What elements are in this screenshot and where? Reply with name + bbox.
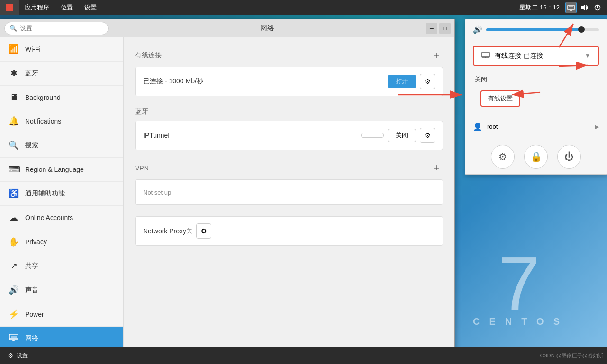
- sidebar-item-notifications[interactable]: 🔔 Notifications: [0, 109, 123, 133]
- sidebar-item-accessibility-label: 通用辅助功能: [25, 189, 65, 198]
- sidebar-item-search-label: 搜索: [25, 141, 38, 150]
- wired-section-header: 有线连接 +: [135, 49, 443, 62]
- sidebar-item-wifi-label: Wi-Fi: [25, 45, 41, 53]
- proxy-status: 关: [186, 227, 192, 235]
- popup-network-chevron: ▼: [585, 53, 590, 59]
- wired-section: 有线连接 + 已连接 - 1000 Mb/秒 打开 ⚙: [135, 49, 443, 96]
- search-input[interactable]: [20, 25, 103, 32]
- settings-search-box[interactable]: 🔍: [4, 22, 109, 35]
- vpn-status-label: Not set up: [143, 189, 171, 196]
- settings-body: 📶 Wi-Fi ✱ 蓝牙 🖥 Background 🔔 Notification…: [0, 37, 454, 350]
- popup-wired-settings-button[interactable]: 有线设置: [480, 90, 520, 107]
- popup-network-label: 有线连接 已连接: [495, 52, 585, 60]
- wired-open-button[interactable]: 打开: [388, 75, 416, 88]
- online-accounts-icon: ☁: [8, 213, 19, 223]
- bluetooth-device-label: IPTunnel: [143, 132, 361, 139]
- minimize-button[interactable]: ─: [426, 23, 437, 34]
- search-nav-icon: 🔍: [8, 140, 19, 151]
- sidebar-item-background-label: Background: [25, 94, 61, 101]
- svg-marker-6: [581, 5, 585, 10]
- sidebar-item-power[interactable]: ⚡ Power: [0, 302, 123, 327]
- centos-watermark: 7 CENTOS: [473, 246, 569, 326]
- topbar-left: 应用程序 位置 设置: [0, 0, 102, 15]
- topbar-apps-menu[interactable]: 应用程序: [19, 0, 55, 15]
- sharing-icon: ↗: [8, 261, 19, 271]
- vpn-row: Not set up: [136, 180, 443, 204]
- sidebar-item-network[interactable]: 网络: [0, 327, 123, 350]
- vpn-card: Not set up: [135, 179, 443, 205]
- popup-wired-settings-area: 有线设置: [465, 88, 607, 114]
- centos-text: CENTOS: [473, 317, 569, 326]
- sidebar: 📶 Wi-Fi ✱ 蓝牙 🖥 Background 🔔 Notification…: [0, 37, 124, 350]
- maximize-button[interactable]: □: [439, 23, 451, 34]
- region-icon: ⌨: [8, 164, 19, 175]
- topbar-time: 星期二 16：12: [516, 3, 563, 12]
- topbar-location-menu[interactable]: 位置: [55, 0, 79, 15]
- main-content: 有线连接 + 已连接 - 1000 Mb/秒 打开 ⚙ 蓝牙: [124, 37, 454, 350]
- app-logo-icon: [6, 4, 13, 11]
- sidebar-item-wifi[interactable]: 📶 Wi-Fi: [0, 37, 123, 62]
- sidebar-item-online-accounts[interactable]: ☁ Online Accounts: [0, 206, 123, 230]
- sidebar-item-search[interactable]: 🔍 搜索: [0, 133, 123, 158]
- bluetooth-close-button[interactable]: 关闭: [388, 129, 416, 142]
- bluetooth-gear-button[interactable]: ⚙: [420, 128, 435, 143]
- volume-knob: [578, 26, 585, 33]
- search-icon: 🔍: [9, 25, 17, 32]
- wired-section-title: 有线连接: [135, 51, 162, 60]
- vpn-section: VPN + Not set up: [135, 161, 443, 205]
- bluetooth-row: IPTunnel 关闭 ⚙: [136, 121, 443, 150]
- user-icon: 👤: [473, 122, 482, 131]
- sidebar-item-power-label: Power: [25, 311, 44, 318]
- volume-slider[interactable]: [486, 28, 599, 31]
- bluetooth-section-title: 蓝牙: [135, 107, 148, 116]
- sidebar-item-sound[interactable]: 🔊 声音: [0, 278, 123, 302]
- sidebar-item-privacy[interactable]: ✋ Privacy: [0, 230, 123, 254]
- bottombar-settings-icon: ⚙: [8, 352, 14, 359]
- proxy-section: Network Proxy 关 ⚙: [135, 216, 443, 246]
- topbar-volume-icon[interactable]: [579, 2, 590, 13]
- popup-close-item[interactable]: 关闭: [465, 71, 607, 88]
- bottombar-settings-item[interactable]: ⚙ 设置: [4, 352, 32, 360]
- sidebar-item-sharing[interactable]: ↗ 共享: [0, 254, 123, 278]
- vpn-section-title: VPN: [135, 164, 149, 172]
- bottombar: ⚙ 设置 CSDN @墨家巨子@俗如斯: [0, 347, 607, 364]
- centos-number: 7: [498, 246, 544, 321]
- popup-network-section: 有线连接 已连接 ▼: [465, 40, 607, 71]
- proxy-label: Network Proxy: [143, 227, 186, 235]
- topbar-power-icon[interactable]: [592, 2, 603, 13]
- bluetooth-icon: ✱: [8, 68, 19, 79]
- topbar-settings-menu[interactable]: 设置: [79, 0, 102, 15]
- privacy-icon: ✋: [8, 237, 19, 247]
- sound-icon: 🔊: [8, 285, 19, 295]
- proxy-gear-button[interactable]: ⚙: [196, 223, 211, 239]
- wifi-icon: 📶: [8, 44, 19, 54]
- volume-icon: 🔊: [473, 25, 482, 34]
- popup-lock-action-button[interactable]: 🔒: [524, 145, 548, 169]
- sidebar-item-bluetooth[interactable]: ✱ 蓝牙: [0, 62, 123, 86]
- popup-network-row[interactable]: 有线连接 已连接 ▼: [473, 46, 599, 66]
- sidebar-item-accessibility[interactable]: ♿ 通用辅助功能: [0, 182, 123, 206]
- sidebar-item-network-label: 网络: [25, 334, 38, 343]
- bluetooth-toggle-button[interactable]: [361, 133, 384, 138]
- power-icon: ⚡: [8, 309, 19, 320]
- sidebar-item-region-label: Region & Language: [25, 166, 84, 173]
- bluetooth-section-header: 蓝牙: [135, 107, 443, 116]
- topbar: 应用程序 位置 设置 星期二 16：12: [0, 0, 607, 15]
- popup-actions: ⚙ 🔒 ⏻: [465, 139, 607, 174]
- popup-user-row[interactable]: 👤 root ▶: [465, 118, 607, 135]
- popup-power-action-button[interactable]: ⏻: [557, 145, 581, 169]
- proxy-card: Network Proxy 关 ⚙: [135, 216, 443, 246]
- vpn-add-button[interactable]: +: [430, 161, 443, 175]
- sidebar-item-background[interactable]: 🖥 Background: [0, 86, 123, 109]
- notifications-icon: 🔔: [8, 116, 19, 126]
- popup-volume-row: 🔊: [465, 19, 607, 40]
- popup-network-icon: [481, 52, 490, 60]
- sidebar-item-region[interactable]: ⌨ Region & Language: [0, 158, 123, 182]
- wired-add-button[interactable]: +: [430, 49, 443, 62]
- window-controls: ─ □: [426, 23, 451, 34]
- volume-fill: [486, 28, 582, 31]
- popup-settings-action-button[interactable]: ⚙: [491, 145, 515, 169]
- wired-gear-button[interactable]: ⚙: [420, 74, 435, 89]
- settings-titlebar: 🔍 网络 ─ □: [0, 19, 454, 37]
- topbar-network-icon[interactable]: [565, 2, 577, 13]
